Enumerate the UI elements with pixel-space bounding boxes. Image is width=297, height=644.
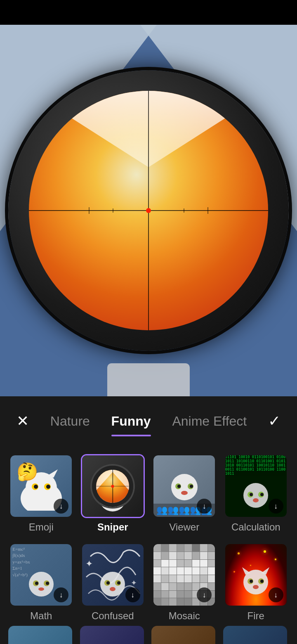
filter-item-viewer[interactable]: 👥👥👥👥👥 ↓ Viewer: [151, 454, 217, 537]
svg-point-33: [100, 572, 125, 597]
filter-label-math: Math: [30, 610, 52, 626]
filter-preview-sniper: [82, 455, 144, 517]
svg-point-38: [110, 587, 116, 591]
filter-label-viewer: Viewer: [169, 521, 199, 537]
filter-label-mosaic: Mosaic: [169, 610, 200, 626]
filter-label-sniper: Sniper: [97, 521, 128, 537]
download-badge-confused: ↓: [125, 587, 140, 602]
download-badge-fire: ↓: [269, 587, 283, 602]
svg-point-7: [46, 485, 50, 489]
filter-grid-bottom-row: [0, 626, 297, 644]
svg-point-22: [250, 493, 253, 496]
filter-label-emoji: Emoji: [29, 521, 54, 537]
download-badge-calculation: ↓: [269, 499, 283, 514]
tab-nature[interactable]: Nature: [50, 410, 90, 433]
svg-text:✦: ✦: [85, 559, 93, 569]
svg-point-16: [177, 485, 181, 488]
svg-point-23: [260, 493, 264, 496]
toolbar: ✕ Nature Funny Anime Effect ✓: [0, 396, 297, 446]
svg-point-18: [181, 491, 188, 495]
filter-thumb-math[interactable]: E=mc²∫f(x)dxy=ax²+bxΣn=1√(a²+b²) ↓: [9, 543, 73, 607]
filter-label-calculation: Calculation: [231, 521, 280, 537]
filter-thumb-fire[interactable]: ↓: [224, 543, 288, 607]
filter-thumb-calculation[interactable]: 01101 10010 0110100101 01001011 10100110…: [224, 454, 288, 518]
download-badge-mosaic: ↓: [197, 587, 212, 602]
filter-thumb-sniper[interactable]: [81, 454, 145, 518]
svg-point-28: [35, 582, 38, 585]
svg-point-45: [260, 580, 264, 583]
svg-point-44: [250, 580, 253, 583]
filter-item-sniper[interactable]: Sniper: [80, 454, 146, 537]
filter-item-emoji[interactable]: 🤔 ↓ Emoji: [8, 454, 74, 537]
filter-item-confused[interactable]: ✦ ✦ ↓ Confused: [80, 543, 146, 626]
crosshair-dot: [146, 208, 151, 213]
svg-point-36: [106, 581, 110, 585]
svg-point-13: [171, 474, 198, 500]
close-button[interactable]: ✕: [16, 412, 29, 430]
scope-lens: [29, 91, 268, 330]
filter-item-fire[interactable]: ↓ Fire: [223, 543, 289, 626]
filter-item-mosaic[interactable]: ↓ Mosaic: [151, 543, 217, 626]
svg-point-46: [253, 585, 259, 589]
svg-point-29: [46, 582, 49, 585]
filter-thumb-confused[interactable]: ✦ ✦ ↓: [81, 543, 145, 607]
filter-item-calculation[interactable]: 01101 10010 0110100101 01001011 10100110…: [223, 454, 289, 537]
filter-label-fire: Fire: [248, 610, 264, 626]
filter-grid: 🤔 ↓ Emoji: [0, 446, 297, 626]
filter-thumb-viewer[interactable]: 👥👥👥👥👥 ↓: [152, 454, 216, 518]
filter-thumb-partial-4: [223, 626, 287, 644]
svg-point-24: [253, 498, 259, 502]
status-bar: [0, 0, 297, 25]
svg-point-37: [117, 581, 120, 585]
svg-point-19: [243, 483, 268, 508]
svg-point-25: [29, 572, 54, 597]
svg-point-30: [38, 587, 44, 591]
download-badge-math: ↓: [54, 587, 68, 602]
tab-anime-effect[interactable]: Anime Effect: [172, 410, 247, 433]
filter-label-confused: Confused: [92, 610, 134, 626]
svg-point-17: [190, 485, 193, 488]
download-badge-emoji: ↓: [54, 499, 68, 514]
confirm-button[interactable]: ✓: [268, 412, 280, 430]
download-badge-viewer: ↓: [197, 499, 212, 514]
svg-point-6: [34, 485, 38, 489]
main-image: [0, 25, 297, 396]
filter-thumb-mosaic[interactable]: ↓: [152, 543, 216, 607]
filter-thumb-partial-1: [8, 626, 72, 644]
filter-thumb-partial-3: [151, 626, 215, 644]
scope-outer-ring: [8, 70, 289, 351]
filter-thumb-emoji[interactable]: 🤔 ↓: [9, 454, 73, 518]
filter-item-math[interactable]: E=mc²∫f(x)dxy=ax²+bxΣn=1√(a²+b²) ↓ Math: [8, 543, 74, 626]
tab-funny[interactable]: Funny: [111, 410, 151, 433]
filter-thumb-partial-2: [80, 626, 144, 644]
